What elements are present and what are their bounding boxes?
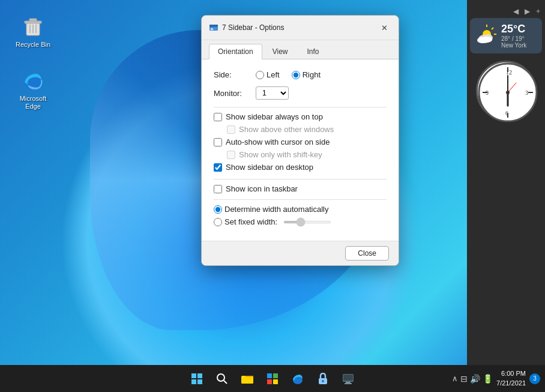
- sidebar-nav[interactable]: ◀ ▶ +: [508, 5, 545, 18]
- show-desktop-label: Show sidebar on desktop: [226, 163, 313, 172]
- divider-2: [214, 179, 387, 179]
- width-slider[interactable]: [283, 221, 331, 223]
- radio-right-label: Right: [303, 70, 321, 79]
- auto-show-option[interactable]: Auto-show with cursor on side: [214, 137, 387, 146]
- desktop-icon-recycle-bin[interactable]: Recycle Bin: [12, 12, 54, 51]
- edge-label: Microsoft Edge: [14, 95, 52, 110]
- tray-volume-icon[interactable]: 🔊: [470, 374, 480, 384]
- time: 6:00 PM: [496, 369, 526, 378]
- always-on-top-checkbox[interactable]: [214, 113, 222, 121]
- taskbar-right: ∧ ⊟ 🔊 🔋 6:00 PM 7/21/2021 3: [452, 369, 540, 388]
- fixed-width-row: Set fixed width:: [214, 217, 387, 226]
- tray-icons: ∧ ⊟ 🔊 🔋: [452, 374, 493, 384]
- width-section: Determine width automatically Set fixed …: [214, 205, 387, 226]
- svg-rect-32: [197, 373, 202, 378]
- svg-rect-41: [273, 379, 278, 384]
- svg-rect-33: [191, 379, 196, 384]
- taskbar-center: [186, 368, 359, 390]
- svg-text:6: 6: [505, 110, 508, 116]
- svg-point-44: [322, 380, 324, 382]
- always-on-top-option[interactable]: Show sidebar always on top: [214, 112, 387, 121]
- radio-left-label: Left: [266, 70, 280, 79]
- svg-text:12: 12: [506, 69, 512, 76]
- taskbar-explorer[interactable]: [236, 368, 258, 390]
- auto-width-option[interactable]: Determine width automatically: [214, 205, 328, 214]
- fixed-width-radio[interactable]: [214, 218, 222, 226]
- svg-rect-46: [346, 382, 351, 383]
- radio-right-input[interactable]: [292, 71, 300, 79]
- dialog-titlebar: 7 Sidebar - Options ✕: [202, 16, 399, 40]
- show-above-option[interactable]: Show above other windows: [227, 125, 387, 134]
- svg-rect-29: [209, 25, 218, 27]
- svg-text:3: 3: [525, 89, 528, 96]
- radio-left-input[interactable]: [256, 71, 264, 79]
- taskbar-icon-row: Show icon in taskbar: [214, 184, 387, 193]
- close-button[interactable]: Close: [345, 246, 389, 261]
- sidebar-nav-next[interactable]: ▶: [522, 6, 532, 17]
- sidebar-nav-prev[interactable]: ◀: [511, 6, 521, 17]
- tab-info[interactable]: Info: [298, 44, 328, 59]
- sidebar-nav-add[interactable]: +: [534, 6, 543, 17]
- monitor-row: Monitor: 1 2: [214, 86, 387, 100]
- svg-point-27: [506, 91, 510, 94]
- tray-battery-icon: 🔋: [483, 374, 493, 384]
- side-row: Side: Left Right: [214, 70, 387, 79]
- svg-rect-39: [273, 373, 278, 378]
- taskbar-settings[interactable]: [337, 368, 359, 390]
- options-dialog: 7 Sidebar - Options ✕ Orientation View I…: [201, 15, 399, 266]
- tab-view[interactable]: View: [263, 44, 297, 59]
- auto-show-checkbox[interactable]: [214, 138, 222, 146]
- fixed-width-option[interactable]: Set fixed width:: [214, 217, 277, 226]
- dialog-title-icon: [209, 23, 218, 32]
- show-icon-checkbox[interactable]: [214, 185, 222, 193]
- taskbar-start[interactable]: [186, 368, 208, 390]
- taskbar-store[interactable]: [262, 368, 283, 390]
- side-radio-group: Left Right: [256, 70, 321, 79]
- tray-up-arrow[interactable]: ∧: [452, 374, 458, 383]
- svg-rect-48: [343, 375, 353, 381]
- desktop: Recycle Bin Microsoft Edge ◀ ▶ +: [0, 0, 545, 365]
- show-desktop-option[interactable]: Show sidebar on desktop: [214, 163, 387, 172]
- desktop-icon-edge[interactable]: Microsoft Edge: [12, 66, 54, 113]
- show-above-checkbox: [227, 125, 235, 134]
- show-desktop-checkbox[interactable]: [214, 163, 222, 172]
- shift-key-option[interactable]: Show only with shift-key: [227, 150, 387, 159]
- divider-3: [214, 199, 387, 200]
- weather-widget: 25°C 28° / 19° New York: [470, 18, 542, 53]
- svg-rect-34: [197, 379, 202, 384]
- dialog-close-button[interactable]: ✕: [377, 20, 391, 35]
- fixed-width-label: Set fixed width:: [224, 217, 277, 226]
- monitor-label: Monitor:: [214, 89, 256, 98]
- checkbox-section: Show sidebar always on top Show above ot…: [214, 112, 387, 172]
- taskbar-search[interactable]: [211, 368, 233, 390]
- notification-badge[interactable]: 3: [529, 373, 540, 384]
- radio-right[interactable]: Right: [292, 70, 321, 79]
- svg-rect-1: [25, 21, 41, 23]
- recycle-bin-label: Recycle Bin: [16, 41, 50, 49]
- dialog-footer: Close: [202, 241, 399, 265]
- svg-line-9: [492, 28, 493, 29]
- always-on-top-label: Show sidebar always on top: [226, 112, 323, 121]
- tab-orientation[interactable]: Orientation: [209, 44, 262, 59]
- dialog-container: 7 Sidebar - Options ✕ Orientation View I…: [201, 15, 399, 266]
- weather-icon: [475, 23, 498, 48]
- shift-key-label: Show only with shift-key: [239, 150, 322, 159]
- monitor-select[interactable]: 1 2: [256, 86, 289, 100]
- dialog-body: Side: Left Right Monitor:: [202, 59, 399, 241]
- taskbar-security[interactable]: [312, 368, 334, 390]
- side-label: Side:: [214, 70, 256, 79]
- svg-text:9: 9: [486, 89, 489, 96]
- taskbar-edge[interactable]: [287, 368, 309, 390]
- divider-1: [214, 107, 387, 107]
- svg-point-35: [217, 374, 224, 381]
- datetime[interactable]: 6:00 PM 7/21/2021: [496, 369, 526, 388]
- weather-city: New York: [501, 42, 526, 49]
- dialog-title-text: 7 Sidebar - Options: [222, 23, 284, 32]
- auto-width-row: Determine width automatically: [214, 205, 387, 214]
- auto-width-radio[interactable]: [214, 205, 222, 214]
- tray-display-icon: ⊟: [460, 374, 468, 384]
- weather-temp: 25°C: [501, 23, 526, 35]
- weather-info: 25°C 28° / 19° New York: [501, 23, 526, 49]
- radio-left[interactable]: Left: [256, 70, 280, 79]
- show-icon-option[interactable]: Show icon in taskbar: [214, 184, 387, 193]
